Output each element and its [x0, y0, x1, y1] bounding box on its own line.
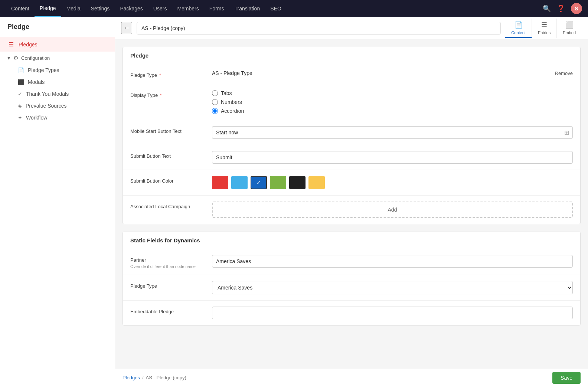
tab-embed[interactable]: ⬜ Embed [557, 19, 582, 38]
nav-item-members[interactable]: Members [172, 0, 204, 17]
selected-check-icon: ✓ [257, 180, 261, 186]
remove-pledge-type-link[interactable]: Remove [555, 71, 573, 76]
sidebar-item-pledge-types-label: Pledge Types [28, 67, 59, 73]
display-type-radio-group: Tabs Numbers Accordion [212, 90, 573, 114]
partner-input[interactable] [212, 255, 573, 268]
check-icon: ✓ [18, 91, 22, 97]
mobile-start-button-input[interactable] [212, 126, 573, 139]
submit-button-color-row: Submit Button Color ✓ [123, 170, 580, 196]
static-pledge-type-select[interactable]: America Saves [212, 281, 573, 294]
entries-tab-label: Entries [538, 30, 551, 35]
partner-sublabel: Override if different than node name [130, 264, 205, 269]
sidebar-item-prevalue-sources[interactable]: ◈ Prevalue Sources [0, 100, 115, 112]
embeddable-pledge-label: Embeddable Pledge [130, 307, 205, 314]
main-content: ← 📄 Content ☰ Entries ⬜ Embed [115, 17, 588, 386]
display-type-row: Display Type * Tabs Numbers [123, 84, 580, 120]
embeddable-pledge-input[interactable] [212, 307, 573, 319]
nav-item-settings[interactable]: Settings [86, 0, 115, 17]
content-tab-icon: 📄 [514, 21, 523, 29]
page-title-input[interactable] [137, 22, 501, 35]
color-swatch-light-blue[interactable] [231, 176, 248, 189]
radio-accordion[interactable]: Accordion [212, 108, 573, 114]
color-swatches: ✓ [212, 176, 573, 189]
partner-label: Partner Override if different than node … [130, 255, 205, 269]
static-fields-section: Static Fields for Dynamics Partner Overr… [122, 232, 581, 326]
sidebar-item-pledges-label: Pledges [19, 42, 37, 48]
expand-icon: ⊞ [564, 129, 569, 136]
add-local-campaign-button[interactable]: Add [212, 202, 573, 218]
workflow-icon: ✦ [18, 115, 22, 121]
sidebar-item-pledge-types[interactable]: 📄 Pledge Types [0, 64, 115, 76]
radio-tabs-input[interactable] [212, 90, 218, 96]
static-pledge-type-control: America Saves [212, 281, 573, 294]
nav-item-pledge[interactable]: Pledge [35, 0, 61, 17]
nav-item-packages[interactable]: Packages [115, 0, 148, 17]
nav-item-users[interactable]: Users [148, 0, 172, 17]
sidebar-navigation: ☰ Pledges ▾ ⚙ Configuration 📄 Pledge Typ… [0, 37, 115, 386]
gear-icon: ⚙ [13, 55, 18, 61]
sidebar-header: Pledge [0, 17, 115, 37]
nav-item-content[interactable]: Content [6, 0, 35, 17]
mobile-start-button-label: Mobile Start Button Text [130, 126, 205, 134]
radio-numbers[interactable]: Numbers [212, 99, 573, 105]
embed-tab-icon: ⬜ [565, 21, 574, 29]
back-button[interactable]: ← [121, 22, 132, 34]
sidebar-item-thank-you-modals[interactable]: ✓ Thank You Modals [0, 88, 115, 100]
sidebar-item-prevalue-sources-label: Prevalue Sources [26, 103, 67, 109]
pledge-type-row: Pledge Type * AS - Pledge Type Remove [123, 64, 580, 84]
nav-item-media[interactable]: Media [61, 0, 86, 17]
pledge-type-value: AS - Pledge Type [212, 70, 252, 76]
chevron-down-icon: ▾ [7, 55, 10, 61]
breadcrumb-separator: / [142, 375, 144, 380]
avatar[interactable]: S [571, 3, 582, 14]
breadcrumb: Pledges / AS - Pledge (copy) [122, 375, 552, 380]
document-icon: 📄 [18, 67, 24, 73]
partner-control [212, 255, 573, 268]
pledge-type-label: Pledge Type * [130, 70, 205, 78]
top-bar: ← 📄 Content ☰ Entries ⬜ Embed [115, 17, 588, 39]
radio-numbers-input[interactable] [212, 99, 218, 105]
tab-entries[interactable]: ☰ Entries [532, 19, 557, 38]
color-swatch-black[interactable] [289, 176, 306, 189]
sidebar-section-configuration[interactable]: ▾ ⚙ Configuration [0, 52, 115, 64]
prevalue-icon: ◈ [18, 103, 22, 109]
nav-item-forms[interactable]: Forms [204, 0, 229, 17]
color-swatch-green[interactable] [270, 176, 286, 189]
search-icon[interactable]: 🔍 [543, 4, 551, 13]
embeddable-pledge-control [212, 307, 573, 319]
submit-button-color-control: ✓ [212, 176, 573, 189]
radio-numbers-label: Numbers [221, 99, 242, 105]
content-tab-label: Content [511, 30, 526, 35]
tab-content[interactable]: 📄 Content [505, 19, 532, 38]
help-icon[interactable]: ❓ [557, 4, 565, 13]
sidebar-item-pledges[interactable]: ☰ Pledges [0, 37, 115, 52]
color-swatch-yellow[interactable] [308, 176, 325, 189]
mobile-start-button-control: ⊞ [212, 126, 573, 139]
static-pledge-type-label: Pledge Type [130, 281, 205, 289]
associated-local-campaign-row: Associated Local Campaign Add [123, 196, 580, 224]
sidebar: Pledge ☰ Pledges ▾ ⚙ Configuration 📄 Ple… [0, 17, 115, 386]
breadcrumb-current: AS - Pledge (copy) [146, 375, 186, 380]
static-pledge-type-row: Pledge Type America Saves [123, 275, 580, 301]
bottom-bar: Pledges / AS - Pledge (copy) Save [115, 369, 588, 386]
partner-row: Partner Override if different than node … [123, 249, 580, 275]
color-swatch-dark-blue[interactable]: ✓ [251, 176, 267, 189]
nav-item-translation[interactable]: Translation [229, 0, 265, 17]
display-type-label: Display Type * [130, 90, 205, 98]
radio-accordion-input[interactable] [212, 108, 218, 114]
radio-accordion-label: Accordion [221, 108, 244, 114]
breadcrumb-pledges-link[interactable]: Pledges [122, 375, 140, 380]
sidebar-item-thank-you-modals-label: Thank You Modals [26, 91, 69, 97]
pledge-type-control: AS - Pledge Type Remove [212, 70, 573, 76]
submit-button-text-input[interactable] [212, 151, 573, 164]
nav-item-seo[interactable]: SEO [265, 0, 287, 17]
associated-local-campaign-control: Add [212, 202, 573, 218]
save-button[interactable]: Save [552, 372, 581, 384]
sidebar-item-workflow[interactable]: ✦ Workflow [0, 112, 115, 124]
sidebar-item-modals[interactable]: ⬛ Modals [0, 76, 115, 88]
mobile-start-button-row: Mobile Start Button Text ⊞ [123, 120, 580, 145]
radio-tabs[interactable]: Tabs [212, 90, 573, 96]
sidebar-item-workflow-label: Workflow [26, 115, 47, 121]
color-swatch-red[interactable] [212, 176, 228, 189]
associated-local-campaign-label: Associated Local Campaign [130, 202, 205, 209]
